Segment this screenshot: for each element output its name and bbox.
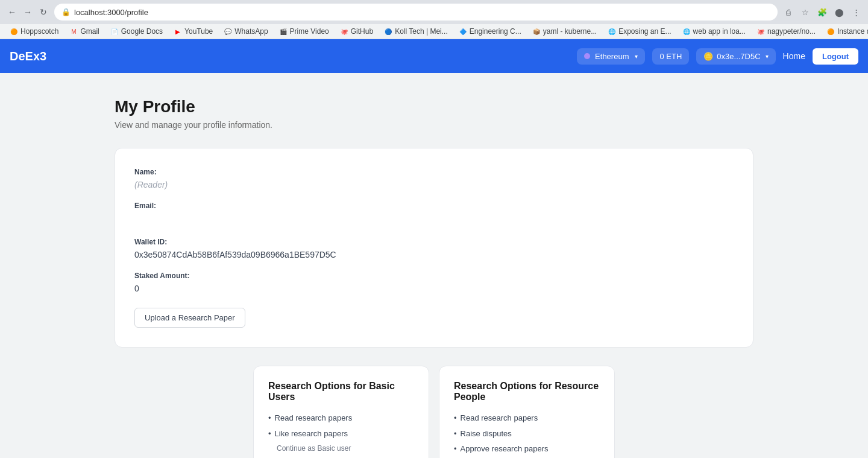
- extensions-icon[interactable]: 🧩: [815, 5, 829, 19]
- bookmark-whatsapp-label: WhatsApp: [234, 27, 268, 36]
- coin-icon: 🪙: [703, 52, 713, 61]
- forward-button[interactable]: →: [20, 5, 35, 19]
- bookmark-github-label: GitHub: [351, 27, 373, 36]
- web-app-in-loa-favicon: 🌐: [682, 27, 691, 36]
- bookmarks-bar: 🟠 Hoppscotch M Gmail 📄 Google Docs ▶ You…: [0, 24, 868, 39]
- email-label: Email:: [134, 202, 734, 210]
- gmail-favicon: M: [69, 27, 78, 36]
- bookmark-hoppscotch[interactable]: 🟠 Hoppscotch: [5, 25, 63, 37]
- hoppscotch-favicon: 🟠: [10, 27, 18, 36]
- staked-field: Staked Amount: 0: [134, 272, 734, 293]
- profile-circle-icon[interactable]: ⬤: [832, 5, 846, 19]
- engineering-c-favicon: 🔷: [459, 27, 467, 36]
- page-title: My Profile: [115, 97, 753, 116]
- resource-people-list: Read research papers Raise disputes Appr…: [454, 412, 600, 458]
- bookmark-gmail[interactable]: M Gmail: [64, 25, 104, 37]
- list-item: Read research papers: [268, 412, 414, 424]
- browser-right-icons: ⎙ ☆ 🧩 ⬤ ⋮: [781, 5, 863, 19]
- bookmark-google-docs[interactable]: 📄 Google Docs: [105, 25, 168, 37]
- wallet-field: Wallet ID: 0x3e50874CdAb58B6fAf539da09B6…: [134, 238, 734, 259]
- resource-item-1: Read research papers: [461, 412, 538, 424]
- url-text: localhost:3000/profile: [74, 8, 770, 17]
- browser-chrome: ← → ↻ 🔒 localhost:3000/profile ⎙ ☆ 🧩 ⬤ ⋮…: [0, 0, 868, 39]
- logout-button[interactable]: Logout: [813, 48, 858, 65]
- bookmark-github[interactable]: 🐙 GitHub: [335, 25, 378, 37]
- upload-research-paper-button[interactable]: Upload a Research Paper: [134, 308, 245, 328]
- basic-users-card-title: Research Options for Basic Users: [268, 381, 414, 402]
- network-chevron-icon: ▾: [635, 53, 638, 60]
- bookmark-engineering-c-label: Engineering C...: [470, 27, 521, 36]
- bookmark-exposing-an-e-label: Exposing an E...: [618, 27, 671, 36]
- list-item: Like research papers: [268, 428, 414, 440]
- browser-toolbar: ← → ↻ 🔒 localhost:3000/profile ⎙ ☆ 🧩 ⬤ ⋮: [0, 0, 868, 24]
- basic-users-list: Read research papers Like research paper…: [268, 412, 414, 439]
- name-field: Name: (Reader): [134, 168, 734, 189]
- bookmark-koll-tech[interactable]: 🔵 Koll Tech | Mei...: [379, 25, 453, 37]
- resource-people-card-title: Research Options for Resource People: [454, 381, 600, 402]
- research-options: Research Options for Basic Users Read re…: [253, 366, 615, 458]
- name-value: (Reader): [134, 180, 734, 189]
- bookmark-hoppscotch-label: Hoppscotch: [20, 27, 58, 36]
- bookmark-nagypeter-no[interactable]: 🐙 nagypeter/no...: [752, 25, 820, 37]
- google-docs-favicon: 📄: [110, 27, 119, 36]
- bookmark-koll-tech-label: Koll Tech | Mei...: [395, 27, 448, 36]
- whatsapp-favicon: 💬: [224, 27, 232, 36]
- bookmark-gmail-label: Gmail: [80, 27, 99, 36]
- email-field: Email:: [134, 202, 734, 226]
- eth-balance: 0 ETH: [652, 48, 689, 65]
- prime-video-favicon: 🎬: [279, 27, 288, 36]
- bookmark-icon[interactable]: ☆: [798, 5, 813, 19]
- bookmark-instance-detai[interactable]: 🟠 Instance detai...: [822, 25, 868, 37]
- wallet-chevron-icon: ▾: [766, 53, 769, 60]
- network-dot-icon: [584, 53, 590, 59]
- resource-title-prefix: Research Options for: [454, 381, 555, 391]
- bookmark-prime-video-label: Prime Video: [290, 27, 329, 36]
- bookmark-web-app-in-loa[interactable]: 🌐 web app in loa...: [678, 25, 750, 37]
- resource-item-3: Approve research papers: [461, 443, 549, 455]
- list-item: Approve research papers: [454, 443, 600, 455]
- home-link[interactable]: Home: [783, 51, 805, 61]
- bookmark-exposing-an-e[interactable]: 🌐 Exposing an E...: [603, 25, 676, 37]
- nagypeter-no-favicon: 🐙: [756, 27, 765, 36]
- list-item: Raise disputes: [454, 428, 600, 440]
- bookmark-youtube[interactable]: ▶ YouTube: [169, 25, 218, 37]
- youtube-favicon: ▶: [174, 27, 182, 36]
- basic-title-prefix: Research Options for: [268, 381, 369, 391]
- wallet-label: Wallet ID:: [134, 238, 734, 246]
- exposing-an-e-favicon: 🌐: [608, 27, 616, 36]
- share-icon[interactable]: ⎙: [781, 5, 796, 19]
- bookmark-nagypeter-no-label: nagypeter/no...: [767, 27, 816, 36]
- nav-buttons: ← → ↻: [5, 5, 51, 19]
- network-label: Ethereum: [595, 52, 629, 61]
- network-selector[interactable]: Ethereum ▾: [577, 48, 645, 65]
- basic-item-2: Like research papers: [275, 428, 348, 440]
- back-button[interactable]: ←: [5, 5, 19, 19]
- page-subtitle: View and manage your profile information…: [115, 120, 753, 130]
- list-item: Read research papers: [454, 412, 600, 424]
- bookmark-engineering-c[interactable]: 🔷 Engineering C...: [454, 25, 526, 37]
- main-content: My Profile View and manage your profile …: [102, 73, 766, 458]
- bookmark-prime-video[interactable]: 🎬 Prime Video: [274, 25, 334, 37]
- bookmark-yaml-kuberne[interactable]: 📦 yaml - kuberne...: [527, 25, 602, 37]
- bookmark-whatsapp[interactable]: 💬 WhatsApp: [219, 25, 272, 37]
- menu-icon[interactable]: ⋮: [849, 5, 863, 19]
- koll-tech-favicon: 🔵: [384, 27, 392, 36]
- bookmark-youtube-label: YouTube: [184, 27, 213, 36]
- basic-item-1: Read research papers: [275, 412, 353, 424]
- wallet-address-button[interactable]: 🪙 0x3e...7D5C ▾: [696, 48, 775, 65]
- bookmark-instance-detai-label: Instance detai...: [837, 27, 868, 36]
- staked-value: 0: [134, 284, 734, 293]
- app-logo: DeEx3: [10, 49, 577, 63]
- basic-users-card: Research Options for Basic Users Read re…: [253, 366, 429, 458]
- eth-balance-value: 0 ETH: [659, 52, 682, 61]
- address-bar[interactable]: 🔒 localhost:3000/profile: [54, 4, 778, 21]
- profile-card: Name: (Reader) Email: Wallet ID: 0x3e508…: [115, 148, 753, 348]
- bookmark-yaml-kuberne-label: yaml - kuberne...: [543, 27, 597, 36]
- github-favicon: 🐙: [340, 27, 348, 36]
- basic-note: Continue as Basic user: [277, 444, 414, 453]
- bookmark-google-docs-label: Google Docs: [121, 27, 163, 36]
- name-label: Name:: [134, 168, 734, 176]
- email-value: [134, 214, 734, 226]
- instance-detai-favicon: 🟠: [826, 27, 835, 36]
- reload-button[interactable]: ↻: [36, 5, 51, 19]
